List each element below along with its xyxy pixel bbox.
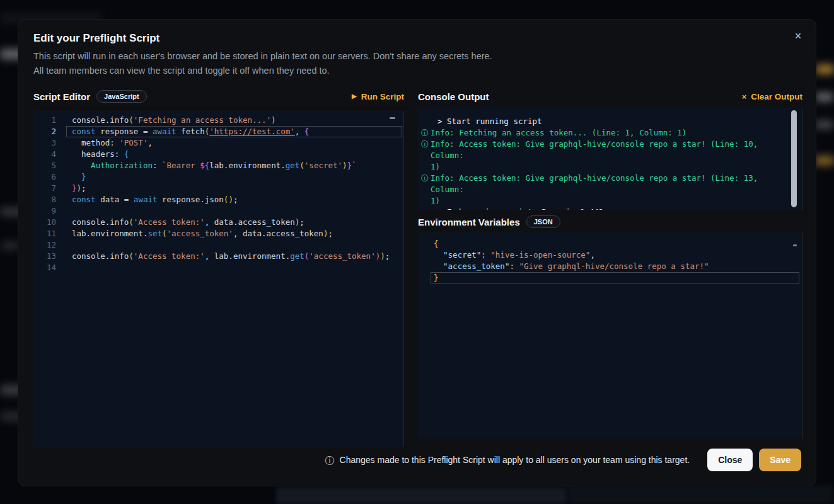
- code-line[interactable]: 10console.info('Access token:', data.acc…: [33, 217, 402, 228]
- code-line[interactable]: 11lab.environment.set('access_token', da…: [33, 228, 402, 239]
- clear-icon: ×: [742, 93, 747, 101]
- dialog-title: Edit your Preflight Script: [33, 32, 159, 45]
- code-line[interactable]: 12: [33, 239, 402, 251]
- line-number: 7: [33, 183, 66, 194]
- language-badge: JavaScript: [96, 90, 147, 103]
- code-line[interactable]: 7});: [33, 183, 402, 194]
- code-line[interactable]: 8const data = await response.json();: [33, 194, 402, 205]
- log-gutter: [421, 116, 431, 127]
- env-lines: { "secret": "hive-is-open-source", "acce…: [418, 238, 802, 284]
- console-scrollbar[interactable]: [791, 110, 797, 207]
- info-icon: ⓘ: [421, 127, 431, 139]
- code-lines: 1console.info('Fetching an access token.…: [33, 115, 403, 273]
- environment-variables-heading: Environment Variables: [418, 217, 520, 227]
- environment-variables-header: Environment Variables JSON: [418, 214, 802, 229]
- close-icon[interactable]: ×: [791, 28, 806, 43]
- code-line[interactable]: 4 headers: {: [33, 149, 402, 160]
- environment-variables-editor[interactable]: { "secret": "hive-is-open-source", "acce…: [418, 232, 802, 438]
- footer-notice-text: Changes made to this Preflight Script wi…: [340, 455, 690, 465]
- console-header: Console Output × Clear Output: [418, 89, 802, 104]
- save-button[interactable]: Save: [759, 449, 801, 471]
- description-line-1: This script will run in each user's brow…: [33, 49, 492, 64]
- line-number: 10: [33, 217, 66, 228]
- code-line[interactable]: 2const response = await fetch('https://t…: [33, 126, 402, 137]
- script-editor-heading: Script Editor: [33, 91, 90, 102]
- line-number: 4: [33, 149, 66, 160]
- line-number: 2: [33, 126, 66, 137]
- console-line: ⓘInfo: Fetching an access token... (Line…: [418, 127, 802, 139]
- line-number: 6: [33, 171, 66, 183]
- console-line: > End running script. Done in 0.442s: [418, 207, 802, 210]
- info-icon: ⓘ: [325, 455, 335, 465]
- info-icon: ⓘ: [421, 139, 431, 173]
- dialog-footer: ⓘ Changes made to this Preflight Script …: [325, 449, 801, 471]
- env-json-line[interactable]: {: [431, 238, 799, 249]
- line-number: 9: [33, 205, 66, 217]
- console-heading: Console Output: [418, 91, 489, 102]
- footer-notice: ⓘ Changes made to this Preflight Script …: [325, 455, 690, 465]
- bg-blob: [276, 488, 567, 504]
- line-number: 1: [33, 115, 66, 126]
- code-editor[interactable]: 1console.info('Fetching an access token.…: [33, 111, 404, 447]
- bg-blob: [814, 156, 834, 165]
- clear-output-button[interactable]: × Clear Output: [742, 92, 802, 101]
- clear-output-label: Clear Output: [751, 92, 802, 101]
- code-line[interactable]: 6 }: [33, 171, 402, 183]
- code-line[interactable]: 5 Authorization: `Bearer ${lab.environme…: [33, 160, 402, 171]
- console-line: ⓘInfo: Access token: Give graphql-hive/c…: [418, 173, 802, 207]
- json-badge: JSON: [526, 215, 560, 228]
- run-script-label: Run Script: [361, 92, 404, 101]
- line-number: 8: [33, 194, 66, 205]
- line-number: 14: [33, 262, 66, 273]
- console-output-panel: > Start running scriptⓘInfo: Fetching an…: [418, 108, 802, 210]
- preflight-script-dialog: Edit your Preflight Script This script w…: [18, 19, 816, 486]
- env-json-line[interactable]: "secret": "hive-is-open-source",: [431, 249, 799, 261]
- minimap-marker: [793, 244, 797, 246]
- line-number: 13: [33, 251, 66, 262]
- bg-blob: [567, 485, 834, 504]
- code-line[interactable]: 1console.info('Fetching an access token.…: [33, 115, 402, 126]
- bg-blob: [816, 121, 833, 129]
- dialog-description: This script will run in each user's brow…: [33, 49, 492, 78]
- console-line: ⓘInfo: Access token: Give graphql-hive/c…: [418, 139, 802, 173]
- bg-blob: [816, 93, 833, 101]
- line-number: 3: [33, 137, 66, 149]
- script-editor-header: Script Editor JavaScript ▶ Run Script: [33, 89, 404, 104]
- info-icon: ⓘ: [421, 173, 431, 207]
- env-json-line[interactable]: }: [431, 272, 799, 284]
- code-line[interactable]: 13console.info('Access token:', lab.envi…: [33, 251, 402, 262]
- line-number: 12: [33, 239, 66, 251]
- code-line[interactable]: 9: [33, 205, 402, 217]
- bg-blob: [816, 65, 834, 74]
- log-gutter: [421, 207, 431, 210]
- run-script-button[interactable]: ▶ Run Script: [352, 92, 404, 101]
- console-line: > Start running script: [418, 116, 802, 127]
- code-line[interactable]: 3 method: 'POST',: [33, 137, 402, 149]
- minimap-marker: [390, 117, 395, 119]
- env-json-line[interactable]: "access_token": "Give graphql-hive/conso…: [431, 261, 799, 272]
- console-lines: > Start running scriptⓘInfo: Fetching an…: [418, 116, 802, 210]
- play-icon: ▶: [352, 93, 357, 100]
- close-button[interactable]: Close: [707, 449, 753, 471]
- description-line-2: All team members can view the script and…: [33, 64, 492, 78]
- code-line[interactable]: 14: [33, 262, 402, 273]
- line-number: 5: [33, 160, 66, 171]
- line-number: 11: [33, 228, 66, 239]
